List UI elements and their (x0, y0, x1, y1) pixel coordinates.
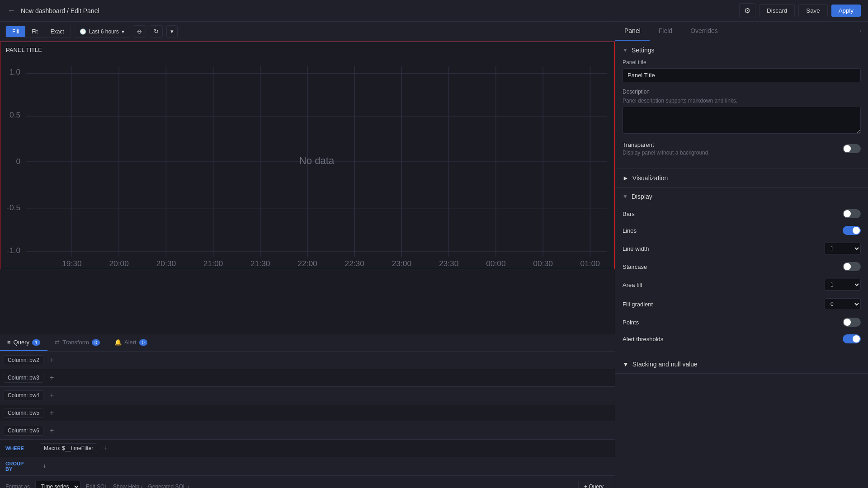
tab-transform[interactable]: ⇄ Transform 0 (47, 334, 107, 351)
svg-text:20:30: 20:30 (156, 259, 176, 267)
line-width-select[interactable]: 12345 (825, 243, 861, 254)
svg-text:22:00: 22:00 (297, 259, 317, 267)
table-row: Column: bw4 + (0, 387, 615, 404)
table-row: Column: bw6 + (0, 422, 615, 440)
column-tag: Column: bw2 (4, 355, 43, 365)
alert-label: Alert (124, 339, 137, 346)
line-width-label: Line width (623, 245, 649, 252)
collapse-button[interactable]: › (854, 22, 868, 41)
svg-text:23:30: 23:30 (439, 259, 458, 267)
fill-button[interactable]: Fill (6, 26, 25, 37)
query-section: ≡ Query 1 ⇄ Transform 0 🔔 Alert 0 (0, 334, 615, 488)
where-label: WHERE (0, 442, 36, 455)
alert-thresholds-toggle[interactable] (843, 334, 861, 343)
right-panel-tabs: Panel Field Overrides › (615, 22, 868, 41)
svg-text:No data: No data (299, 155, 335, 166)
exact-button[interactable]: Exact (44, 26, 71, 37)
points-row: Points (623, 314, 861, 331)
format-select[interactable]: Time series Table (35, 481, 80, 488)
apply-button[interactable]: Apply (831, 5, 861, 17)
display-header[interactable]: ▼ Display (615, 188, 868, 206)
add-column-btn[interactable]: + (47, 355, 57, 365)
add-column-btn[interactable]: + (47, 426, 57, 436)
lines-label: Lines (623, 227, 637, 234)
add-group-btn[interactable]: + (40, 461, 49, 471)
tab-overrides[interactable]: Overrides (681, 22, 727, 41)
show-help-link[interactable]: Show Help › (113, 483, 142, 488)
query-label: Query (14, 339, 29, 346)
group-by-label: GROUP BY (0, 457, 36, 475)
save-button[interactable]: Save (798, 4, 827, 17)
bars-slider (843, 209, 861, 218)
tab-panel[interactable]: Panel (615, 22, 650, 41)
alert-badge: 0 (139, 339, 147, 346)
chart-area: PANEL TITLE 1.0 0.5 0 -0.5 -1.0 (0, 42, 615, 269)
add-column-btn[interactable]: + (47, 408, 57, 418)
fill-gradient-select[interactable]: 012 (825, 298, 861, 310)
transform-icon: ⇄ (55, 339, 60, 346)
transform-label: Transform (62, 339, 89, 346)
points-toggle[interactable] (843, 318, 861, 327)
discard-button[interactable]: Discard (759, 4, 795, 17)
settings-button[interactable]: ⚙ (739, 3, 755, 18)
add-column-btn[interactable]: + (47, 373, 57, 383)
query-icon: ≡ (7, 339, 11, 346)
description-hint: Panel description supports markdown and … (623, 98, 861, 104)
refresh-button[interactable]: ↻ (150, 25, 163, 38)
transparent-desc: Display panel without a background. (623, 150, 710, 156)
chart-container: PANEL TITLE 1.0 0.5 0 -0.5 -1.0 (0, 42, 615, 334)
add-column-btn[interactable]: + (47, 390, 57, 400)
more-options-button[interactable]: ▾ (166, 25, 178, 38)
chevron-down-icon: ▼ (623, 193, 628, 200)
stacking-header[interactable]: ▼ Stacking and null value (615, 355, 868, 373)
tab-alert[interactable]: 🔔 Alert 0 (107, 334, 155, 351)
fill-gradient-row: Fill gradient 012 (623, 295, 861, 314)
query-badge: 1 (32, 339, 40, 346)
transparent-row: Transparent Display panel without a back… (623, 141, 861, 156)
back-button[interactable]: ← (7, 6, 15, 15)
settings-body: Panel title Description Panel descriptio… (615, 59, 868, 169)
visualization-header[interactable]: ► Visualization (615, 169, 868, 187)
panel-title-input[interactable] (623, 68, 861, 82)
zoom-mode-group: Fill Fit Exact (5, 26, 71, 38)
time-range-picker[interactable]: 🕐 Last 6 hours ▾ (75, 26, 129, 38)
stacking-section: ▼ Stacking and null value (615, 355, 868, 374)
topbar-actions: ⚙ Discard Save Apply (739, 3, 861, 18)
bars-toggle[interactable] (843, 209, 861, 218)
bars-row: Bars (623, 206, 861, 222)
tab-query[interactable]: ≡ Query 1 (0, 334, 47, 351)
left-panel: Fill Fit Exact 🕐 Last 6 hours ▾ ⊖ ↻ ▾ PA… (0, 22, 615, 488)
time-label: Last 6 hours (89, 28, 119, 35)
zoom-out-button[interactable]: ⊖ (133, 25, 146, 38)
points-label: Points (623, 319, 639, 326)
area-fill-select[interactable]: 102 (825, 279, 861, 291)
add-query-button[interactable]: + Query (578, 481, 609, 488)
generated-sql-link[interactable]: Generated SQL › (148, 483, 189, 488)
display-body: Bars Lines Line width (615, 206, 868, 355)
lines-toggle[interactable] (843, 226, 861, 235)
tab-field[interactable]: Field (650, 22, 681, 41)
column-tag: Column: bw3 (4, 373, 43, 383)
description-input[interactable] (623, 107, 861, 134)
points-slider (843, 318, 861, 327)
bars-label: Bars (623, 211, 635, 217)
edit-sql-link[interactable]: Edit SQL (86, 483, 108, 488)
transparent-toggle[interactable] (843, 144, 861, 153)
description-label: Description (623, 89, 861, 95)
line-width-row: Line width 12345 (623, 239, 861, 258)
settings-header[interactable]: ▼ Settings (615, 41, 868, 59)
row-content: Column: bw4 + (0, 387, 615, 404)
chevron-down-icon: ▼ (623, 361, 629, 368)
svg-text:20:00: 20:00 (109, 259, 128, 267)
add-where-btn[interactable]: + (101, 443, 110, 453)
staircase-toggle[interactable] (843, 262, 861, 271)
fit-button[interactable]: Fit (25, 26, 44, 37)
svg-text:23:00: 23:00 (392, 259, 411, 267)
main-layout: Fill Fit Exact 🕐 Last 6 hours ▾ ⊖ ↻ ▾ PA… (0, 22, 868, 488)
query-footer: Format as Time series Table Edit SQL Sho… (0, 476, 615, 488)
chart-svg: 1.0 0.5 0 -0.5 -1.0 (0, 53, 614, 267)
alert-thresholds-slider (843, 334, 861, 343)
where-row: WHERE Macro: $__timeFilter + (0, 440, 615, 457)
panel-toolbar: Fill Fit Exact 🕐 Last 6 hours ▾ ⊖ ↻ ▾ (0, 22, 615, 42)
column-tag: Column: bw5 (4, 408, 43, 418)
